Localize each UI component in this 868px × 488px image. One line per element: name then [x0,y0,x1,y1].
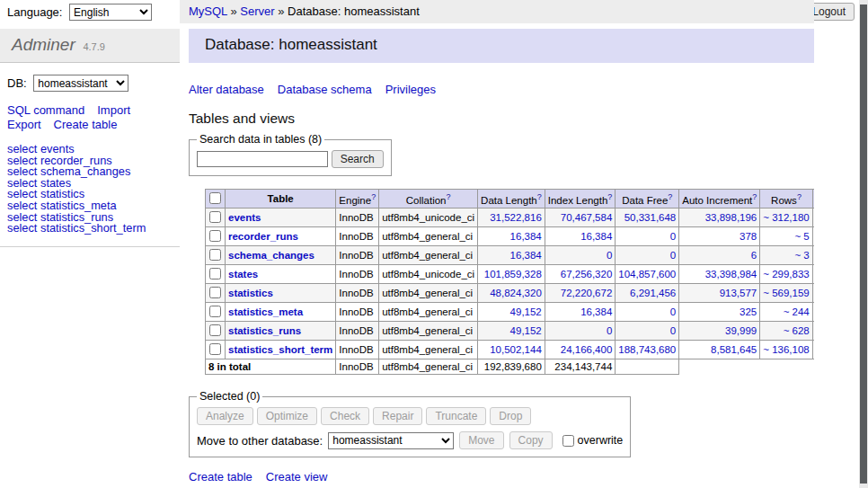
help-link[interactable]: ? [668,192,672,201]
table-name-link[interactable]: events [228,212,261,223]
row-checkbox[interactable] [209,230,221,242]
move-button[interactable]: Move [459,431,503,449]
table-name-link[interactable]: states [228,269,258,279]
auto-increment-cell-link[interactable]: 33,398,984 [705,269,757,279]
data-length-cell-link[interactable]: 49,152 [510,306,542,317]
table-name-link[interactable]: schema_changes [228,250,314,261]
move-db-select[interactable]: homeassistant [328,432,454,449]
index-length-cell-link[interactable]: 0 [607,250,612,261]
check-button[interactable]: Check [321,407,369,425]
sidebar-op-link[interactable]: Export [7,118,41,131]
search-input[interactable] [197,151,328,167]
language-select[interactable]: English [69,4,152,21]
db-nav-link[interactable]: Privileges [385,83,436,96]
breadcrumb-link[interactable]: Server [240,4,274,18]
overwrite-checkbox[interactable] [562,435,574,447]
help-link[interactable]: ? [371,192,376,201]
data-free-cell-link[interactable]: 6,291,456 [630,288,676,298]
help-link[interactable]: ? [752,192,757,201]
sidebar-table-link[interactable]: select statistics_short_term [7,223,173,235]
row-checkbox[interactable] [209,324,221,336]
drop-button[interactable]: Drop [490,407,531,425]
table-name-link[interactable]: statistics [228,288,273,298]
row-checkbox[interactable] [209,211,221,223]
select-all-checkbox[interactable] [209,192,221,204]
table-name-cell: statistics [226,284,336,303]
rows-cell-link[interactable]: ~ 628 [784,325,810,336]
data-free-cell-link[interactable]: 188,743,680 [618,344,676,355]
index-length-cell-link[interactable]: 0 [607,325,612,336]
row-checkbox[interactable] [209,343,221,355]
truncate-button[interactable]: Truncate [426,407,486,425]
rows-cell-link[interactable]: ~ 569,159 [763,288,809,298]
data-free-cell-link[interactable]: 50,331,648 [624,212,677,223]
data-length-cell-link[interactable]: 101,859,328 [484,269,542,279]
data-length-cell-link[interactable]: 10,502,144 [490,344,542,355]
data-free-cell-link[interactable]: 0 [670,325,676,336]
data-free-cell-link[interactable]: 104,857,600 [618,269,676,279]
help-link[interactable]: ? [797,192,802,201]
auto-increment-cell-link[interactable]: 325 [740,306,757,317]
table-row: statistics_runsInnoDButf8mb4_general_ci4… [206,322,815,341]
scrollbar-thumb[interactable] [860,4,867,484]
db-select[interactable]: homeassistant [33,75,128,92]
rows-cell-link[interactable]: ~ 244 [784,306,810,317]
table-name-link[interactable]: statistics_meta [228,306,303,317]
table-name-link[interactable]: statistics_runs [228,325,301,336]
row-checkbox[interactable] [209,268,221,279]
rows-cell-link[interactable]: ~ 3 [794,250,809,261]
auto-increment-cell-link[interactable]: 8,581,645 [711,344,757,355]
analyze-button[interactable]: Analyze [197,407,253,425]
app-name[interactable]: Adminer [12,35,75,54]
copy-button[interactable]: Copy [509,431,553,449]
row-checkbox[interactable] [209,306,221,317]
rows-cell-link[interactable]: ~ 312,180 [763,212,809,223]
rows-cell-link[interactable]: ~ 299,833 [763,269,809,279]
sidebar-op-link[interactable]: SQL command [7,103,84,117]
data-free-cell-link[interactable]: 0 [670,306,676,317]
help-link[interactable]: ? [537,192,542,201]
data-length-cell-link[interactable]: 31,522,816 [490,212,542,223]
optimize-button[interactable]: Optimize [257,407,317,425]
column-header: Data Free? [616,190,679,209]
overwrite-label[interactable]: overwrite [578,434,624,447]
db-nav-link[interactable]: Database schema [278,83,372,96]
index-length-cell-link[interactable]: 67,256,320 [561,269,613,279]
db-nav-link[interactable]: Alter database [189,83,264,96]
help-link[interactable]: ? [607,192,612,201]
auto-increment-cell-link[interactable]: 6 [751,250,757,261]
create-link[interactable]: Create table [189,470,252,484]
index-length-cell-link[interactable]: 24,166,400 [561,344,613,355]
rows-cell: ~ 136,108 [760,341,812,359]
data-free-cell-link[interactable]: 0 [670,231,676,242]
data-length-cell-link[interactable]: 16,384 [510,231,542,242]
data-length-cell-link[interactable]: 48,824,320 [490,288,542,298]
index-length-cell-link[interactable]: 70,467,584 [561,212,613,223]
index-length-cell-link[interactable]: 16,384 [580,306,612,317]
auto-increment-cell-link[interactable]: 378 [740,231,757,242]
repair-button[interactable]: Repair [373,407,422,425]
data-free-cell-link[interactable]: 0 [670,250,676,261]
help-link[interactable]: ? [446,192,450,201]
table-name-link[interactable]: recorder_runs [228,231,298,242]
auto-increment-cell: 913,577 [679,284,760,303]
sidebar-op-link[interactable]: Create table [54,118,118,131]
data-length-cell-link[interactable]: 49,152 [510,325,542,336]
create-link[interactable]: Create view [266,470,328,484]
breadcrumb-link[interactable]: MySQL [189,4,227,18]
auto-increment-cell-link[interactable]: 39,999 [725,325,757,336]
row-checkbox[interactable] [209,287,221,298]
search-button[interactable]: Search [332,150,384,168]
rows-cell-link[interactable]: ~ 136,108 [763,344,809,355]
auto-increment-cell-link[interactable]: 913,577 [720,288,757,298]
data-length-cell-link[interactable]: 16,384 [510,250,542,261]
table-name-link[interactable]: statistics_short_term [228,344,332,355]
sidebar-op-link[interactable]: Import [97,103,130,117]
rows-cell-link[interactable]: ~ 5 [794,231,809,242]
row-checkbox[interactable] [209,249,221,261]
auto-increment-cell-link[interactable]: 33,898,196 [705,212,757,223]
auto-increment-cell: 8,581,645 [679,341,760,359]
index-length-cell-link[interactable]: 16,384 [580,231,612,242]
index-length-cell-link[interactable]: 72,220,672 [561,288,613,298]
vertical-scrollbar[interactable] [859,0,868,488]
